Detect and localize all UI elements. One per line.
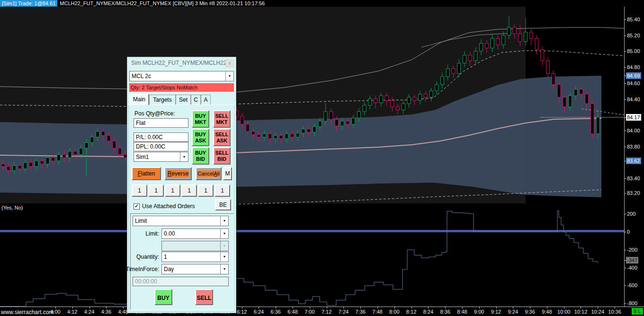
time-label: 8:48 <box>457 309 467 315</box>
tab-a[interactable]: A <box>201 95 211 105</box>
pl-field[interactable] <box>134 132 188 142</box>
buy-mkt-button[interactable]: BUY MKT <box>192 110 209 128</box>
time-tick <box>564 307 564 308</box>
sim-trade-badge: [Sim1] Trade: 1@84.61 <box>0 0 57 7</box>
tab-targets[interactable]: Targets <box>149 95 176 105</box>
time-label: 6:24 <box>254 309 264 315</box>
axis-divider <box>624 7 625 307</box>
time-label: 10:12 <box>574 309 588 315</box>
tif-value: Day <box>164 266 174 272</box>
qty-preset-button-1[interactable]: 1 <box>132 184 147 197</box>
time-tick <box>394 307 395 308</box>
price-label: 84.80 <box>627 64 640 70</box>
time-label: 4:00 <box>50 309 60 315</box>
tab-c[interactable]: C <box>191 95 201 105</box>
account-select[interactable]: Sim1 ▼ <box>134 152 188 162</box>
qty-preset-button-6[interactable]: 1 <box>215 184 230 197</box>
time-tick <box>293 307 293 308</box>
m-button[interactable]: M <box>223 167 232 180</box>
symbol-select[interactable]: MCL 2c ▼ <box>129 71 234 81</box>
time-label: 10:24 <box>591 309 605 315</box>
price-axis[interactable]: 85.4085.2085.0084.8084.6984.6084.4084.17… <box>624 0 644 307</box>
time-label: 7:12 <box>322 309 331 315</box>
close-icon[interactable]: x <box>225 60 234 67</box>
chart-plot-area[interactable]: (Yes, No) <box>0 7 624 307</box>
symbol-select-value: MCL 2c <box>132 73 151 79</box>
dropdown-arrow-icon[interactable]: ▼ <box>220 264 228 274</box>
dropdown-arrow-icon[interactable]: ▼ <box>225 71 233 81</box>
price-label: 85.00 <box>627 48 640 54</box>
time-tick <box>377 307 378 308</box>
sell-ask-button[interactable]: SELL ASK <box>213 129 231 146</box>
time-tick <box>360 307 361 308</box>
time-tick <box>445 307 446 308</box>
download-status-badge: 8 L <box>632 308 643 315</box>
limit-label: Limit: <box>142 230 159 237</box>
position-field[interactable] <box>134 118 188 128</box>
time-label: 9:12 <box>491 309 501 315</box>
flatten-button[interactable]: Flatten <box>132 167 161 180</box>
tab-main[interactable]: Main <box>129 94 149 105</box>
time-label: 7:00 <box>304 309 314 315</box>
dropdown-arrow-icon[interactable]: ▼ <box>220 216 228 226</box>
sierrachart-watermark: www.sierrachart.com <box>1 309 54 316</box>
buy-bid-button[interactable]: BUY BID <box>192 147 209 165</box>
sell-button[interactable]: SELL <box>195 289 213 305</box>
price-label: -600 <box>627 282 637 289</box>
time-label: 8:12 <box>406 309 416 315</box>
candle <box>535 35 538 54</box>
price-highlight-label: -347 <box>626 257 638 263</box>
time-label: 8:36 <box>440 309 450 315</box>
time-label: 9:24 <box>508 309 518 315</box>
time-tick <box>496 307 497 308</box>
price-label: 84.40 <box>627 96 640 103</box>
quantity-value: 1 <box>164 254 167 260</box>
reverse-button[interactable]: Reverse <box>164 167 192 180</box>
dropdown-arrow-icon[interactable]: ▼ <box>220 252 228 262</box>
sierra-chart-window: [Sim1] Trade: 1@84.61MCLH22_FUT_NYMEX/MC… <box>0 0 644 316</box>
trade-window[interactable]: Sim MCLH22_FUT_NYMEX/MCLH22... x MCL 2c … <box>127 57 236 313</box>
time-tick <box>327 307 327 308</box>
tab-set[interactable]: Set <box>176 95 191 105</box>
qty-preset-button-2[interactable]: 1 <box>148 184 164 197</box>
qty-preset-button-3[interactable]: 1 <box>165 184 180 197</box>
price-label: 83.20 <box>627 190 640 196</box>
candle <box>541 46 544 65</box>
time-tick <box>310 307 310 308</box>
cancel-all-button[interactable]: CancelAll <box>196 167 222 180</box>
time-label: 4:12 <box>67 309 77 315</box>
price-label: -200 <box>627 246 637 253</box>
time-label: 9:48 <box>542 309 552 315</box>
qty-preset-button-4[interactable]: 1 <box>181 184 197 197</box>
time-label: 6:36 <box>271 309 281 315</box>
use-attached-orders-checkbox[interactable]: ✓ <box>134 203 140 210</box>
dpl-field[interactable] <box>134 142 188 151</box>
buy-button[interactable]: BUY <box>154 289 172 305</box>
sell-mkt-button[interactable]: SELL MKT <box>213 110 231 128</box>
time-tick <box>598 307 598 308</box>
limit-price-value: 0.00 <box>164 230 175 237</box>
time-tick <box>479 307 480 308</box>
price-label: 0 <box>627 228 630 235</box>
time-tick <box>411 307 412 308</box>
limit-price-select[interactable]: 0.00 ▼ <box>161 228 229 239</box>
buy-ask-button[interactable]: BUY ASK <box>192 129 209 146</box>
time-label: 8:24 <box>423 309 433 315</box>
time-axis[interactable]: www.sierrachart.com 8 L 4:004:124:244:36… <box>0 307 644 316</box>
order-time-field[interactable] <box>133 277 229 286</box>
be-button[interactable]: BE <box>215 199 231 211</box>
tif-select[interactable]: Day ▼ <box>161 264 229 274</box>
quantity-select[interactable]: 1 ▼ <box>161 252 229 262</box>
qty-preset-button-5[interactable]: 1 <box>198 184 214 197</box>
chart-title: MCLH22_FUT_NYMEX/MCLH22_FUT_NYMEX [CBV][… <box>57 0 265 6</box>
quantity-label: Quantity: <box>132 254 159 260</box>
dropdown-arrow-icon[interactable]: ▼ <box>180 152 188 161</box>
price-highlight-label: 83.62 <box>626 158 641 164</box>
candle <box>590 100 594 139</box>
use-attached-orders-label: Use Attached Orders <box>142 203 195 210</box>
chart-title-bar: [Sim1] Trade: 1@84.61MCLH22_FUT_NYMEX/MC… <box>0 0 644 7</box>
chart-canvas <box>0 7 624 307</box>
order-type-select[interactable]: Limit ▼ <box>133 216 229 226</box>
sell-bid-button[interactable]: SELL BID <box>213 147 231 165</box>
dropdown-arrow-icon[interactable]: ▼ <box>220 229 228 238</box>
